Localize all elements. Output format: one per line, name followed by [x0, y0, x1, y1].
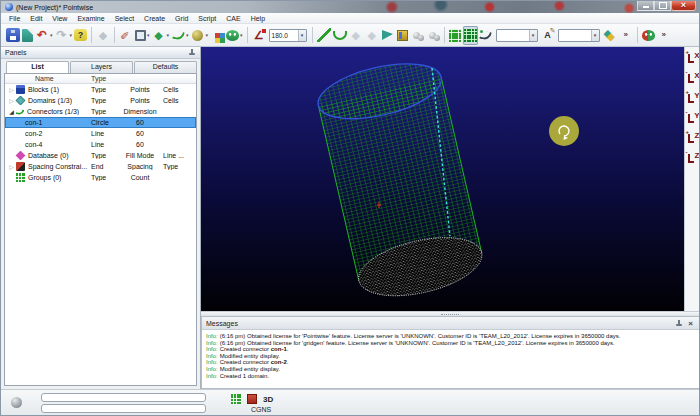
view-minus-x-button[interactable]: -X [686, 69, 700, 85]
status-field-2[interactable] [41, 404, 206, 413]
status-field-1[interactable] [41, 393, 206, 402]
tab-defaults[interactable]: Defaults [134, 61, 197, 73]
expander-collapsed-icon[interactable] [7, 86, 16, 93]
chevron-down-icon[interactable] [591, 30, 599, 41]
menu-file[interactable]: File [4, 15, 25, 22]
message-line: Info:(6:16 pm) Obtained license for 'Poi… [206, 333, 699, 340]
save-button[interactable] [5, 26, 21, 45]
menu-examine[interactable]: Examine [72, 15, 109, 22]
tab-list[interactable]: List [6, 61, 69, 73]
palette-button[interactable] [209, 26, 225, 45]
close-button[interactable] [671, 1, 696, 11]
wedge-button[interactable] [380, 26, 396, 45]
tree-row-domains-1-3[interactable]: Domains (1/3)TypePointsCells [5, 95, 196, 106]
spheres-1-button[interactable] [409, 26, 425, 45]
chevron-down-icon[interactable] [298, 30, 306, 41]
database-sphere-button[interactable] [190, 26, 210, 45]
overflow-2-button[interactable] [656, 26, 672, 45]
mask-red-icon [642, 30, 655, 41]
redo-button[interactable] [54, 26, 74, 45]
menu-edit[interactable]: Edit [25, 15, 47, 22]
chevron-down-icon[interactable] [529, 30, 537, 41]
menu-script[interactable]: Script [193, 15, 221, 22]
help-button[interactable] [73, 26, 88, 45]
panels-title: Panels [5, 49, 188, 56]
messages-pin-icon[interactable] [675, 319, 683, 328]
rotate-cursor-icon [549, 116, 579, 146]
toolbar-group-3 [118, 26, 244, 45]
tree-row-name-cell: con-2 [5, 130, 89, 137]
block-create-button[interactable] [134, 26, 151, 45]
axis-letter: X [694, 72, 699, 80]
message-level: Info: [206, 353, 218, 359]
mask-green-icon [226, 30, 239, 41]
tree-cell-c2: Line [89, 141, 119, 148]
overflow-1-button[interactable] [618, 26, 634, 45]
mask-green-button[interactable] [225, 26, 244, 45]
help-icon [74, 29, 87, 41]
tree-row-blocks-1[interactable]: Blocks (1)TypePointsCells [5, 84, 196, 95]
toolbar-separator [312, 27, 313, 43]
surface-dim-1-button[interactable] [348, 26, 364, 45]
mask-red-button[interactable] [641, 26, 656, 45]
tree-cell-c3: Count [119, 174, 161, 181]
axis-sign: - [686, 149, 688, 155]
tree-header-type: Type [89, 75, 119, 82]
angle-button[interactable] [251, 26, 267, 45]
view-plus-x-button[interactable]: +X [686, 49, 700, 65]
tree-cell-c2: End [89, 163, 119, 170]
surface-dim-2-button[interactable] [364, 26, 380, 45]
pin-icon[interactable] [188, 48, 196, 57]
expander-collapsed-icon[interactable] [7, 163, 16, 170]
menu-select[interactable]: Select [110, 15, 139, 22]
view-minus-y-button[interactable]: -Y [686, 109, 700, 125]
view-plus-z-button[interactable]: +Z [686, 129, 700, 145]
grid-mesh-button[interactable] [463, 26, 478, 45]
layers-button[interactable] [602, 26, 618, 45]
spacing-label-button[interactable] [540, 26, 556, 45]
menu-view[interactable]: View [47, 15, 72, 22]
message-text: Created connector [220, 359, 271, 365]
tree-row-groups-0[interactable]: Groups (0)TypeCount [5, 172, 196, 183]
tree-row-connectors-1-3[interactable]: Connectors (1/3)TypeDimension [5, 106, 196, 117]
spacing-combo-combo[interactable] [558, 29, 600, 42]
spheres-2-button[interactable] [425, 26, 441, 45]
menu-help[interactable]: Help [246, 15, 270, 22]
angle-value-combo[interactable]: 180.0 [269, 29, 307, 42]
menu-grid[interactable]: Grid [170, 15, 193, 22]
solid-box-button[interactable] [396, 26, 409, 45]
message-text: (6:16 pm) Obtained license for 'Pointwis… [220, 333, 621, 339]
connector-dimension-button[interactable] [478, 26, 494, 45]
curve-segment-button[interactable] [332, 26, 348, 45]
domain-create-button[interactable] [151, 26, 171, 45]
tree-cell-c2: Line [89, 130, 119, 137]
connector-create-button[interactable] [170, 26, 190, 45]
grid-status-icon [231, 394, 241, 404]
menu-cae[interactable]: CAE [221, 15, 245, 22]
two-point-line-button[interactable] [316, 26, 332, 45]
probe-brush-button[interactable] [118, 26, 134, 45]
view-minus-z-button[interactable]: -Z [686, 149, 700, 165]
tree-row-name-cell: con-1 [5, 119, 89, 126]
tree-row-con-4[interactable]: con-4Line60 [5, 139, 196, 150]
menu-create[interactable]: Create [139, 15, 170, 22]
examine-diamond-button[interactable] [95, 26, 111, 45]
dimension-combo-combo[interactable] [496, 29, 538, 42]
entity-name: Database (0) [28, 152, 68, 159]
tree-header[interactable]: Name Type [5, 74, 196, 84]
messages-close-icon[interactable] [686, 319, 695, 328]
minimize-button[interactable] [637, 1, 654, 11]
export-button[interactable] [21, 26, 34, 45]
view-plus-y-button[interactable]: +Y [686, 89, 700, 105]
title-bar[interactable]: (New Project)* Pointwise [1, 1, 699, 13]
tab-layers[interactable]: Layers [70, 61, 133, 73]
maximize-button[interactable] [654, 1, 671, 11]
grid-solve-button[interactable] [448, 26, 463, 45]
axis-bracket-icon [688, 134, 694, 143]
tree-row-spacing-constrai[interactable]: Spacing Constrai...EndSpacingType [5, 161, 196, 172]
tree-row-con-2[interactable]: con-2Line60 [5, 128, 196, 139]
tree-row-database-0[interactable]: Database (0)TypeFill ModeLine ... [5, 150, 196, 161]
tree-cell-c3: Spacing [119, 163, 161, 170]
undo-button[interactable] [34, 26, 54, 45]
tree-row-con-1[interactable]: con-1Circle60 [5, 117, 196, 128]
